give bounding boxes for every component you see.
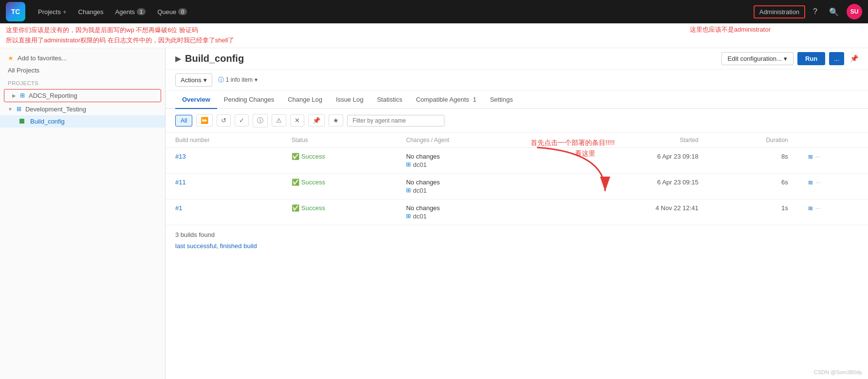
col-status: Status bbox=[282, 133, 396, 148]
last-successful-link[interactable]: last successful, finished build bbox=[175, 242, 257, 250]
filter-failed-icon[interactable]: ✕ bbox=[290, 114, 304, 126]
sidebar-add-favorites[interactable]: ★ Add to favorites... bbox=[0, 52, 165, 64]
tab-compatible-agents[interactable]: Compatible Agents 1 bbox=[409, 91, 483, 109]
grid-icon-adcs: ⊞ bbox=[20, 92, 25, 99]
topnav-items: Projects + Changes Agents 1 Queue 0 bbox=[33, 5, 192, 18]
col-build-number: Build number bbox=[166, 133, 282, 148]
builds-table: Build number Status Changes / Agent Star… bbox=[166, 133, 868, 225]
duration-1: 1s bbox=[781, 204, 788, 212]
info-item[interactable]: ⓘ 1 info item ▾ bbox=[218, 76, 258, 84]
tc-logo[interactable]: TC bbox=[6, 2, 25, 21]
duration-11: 6s bbox=[781, 179, 788, 186]
filter-running-icon[interactable]: ⏩ bbox=[196, 114, 213, 126]
sidebar-project-adcs[interactable]: ▶ ⊞ ADCS_Reporting bbox=[4, 89, 161, 102]
table-row: #13 ✅ Success No changes bbox=[166, 147, 868, 173]
avatar[interactable]: SU bbox=[847, 4, 862, 19]
filter-starred-icon[interactable]: ★ bbox=[329, 114, 343, 126]
row-actions-13: ≋ ··· bbox=[808, 153, 858, 161]
search-button[interactable]: 🔍 bbox=[825, 5, 843, 18]
started-11: 6 Apr 23 09:15 bbox=[657, 179, 699, 186]
agent-11: ⊞ dc01 bbox=[406, 187, 522, 194]
grid-icon-devtest: ⊞ bbox=[17, 106, 21, 112]
row-actions-1: ≋ ··· bbox=[808, 204, 858, 212]
sidebar-section-projects: PROJECTS bbox=[0, 76, 165, 88]
watermark: CSDN @Som3B0dy bbox=[814, 369, 862, 375]
changes-agent-1: No changes ⊞ dc01 bbox=[406, 204, 522, 220]
changes-agent-11: No changes ⊞ dc01 bbox=[406, 179, 522, 194]
build-num-link-11[interactable]: #11 bbox=[175, 179, 186, 186]
row-more-1[interactable]: ··· bbox=[815, 204, 821, 212]
build-num-link-1[interactable]: #1 bbox=[175, 204, 182, 212]
square-icon-buildconfig bbox=[19, 119, 24, 124]
builds-found-text: 3 builds found bbox=[175, 231, 858, 238]
edit-config-button[interactable]: Edit configuration... ▾ bbox=[721, 52, 794, 65]
status-badge-11: ✅ Success bbox=[292, 179, 387, 186]
row-more-11[interactable]: ··· bbox=[815, 179, 821, 186]
chevron-down-icon: ▾ bbox=[784, 55, 787, 62]
expand-icon-adcs: ▶ bbox=[12, 93, 16, 98]
compatible-agents-count: 1 bbox=[473, 96, 476, 103]
filter-success-icon[interactable]: ✓ bbox=[235, 114, 249, 126]
scroll-icon-11[interactable]: ≋ bbox=[808, 179, 813, 186]
started-13: 6 Apr 23 09:18 bbox=[657, 153, 699, 160]
tab-statistics[interactable]: Statistics bbox=[370, 91, 409, 109]
nav-projects[interactable]: Projects + bbox=[33, 5, 72, 18]
actions-chevron-icon: ▾ bbox=[203, 76, 207, 84]
duration-13: 8s bbox=[781, 153, 788, 160]
status-badge-13: ✅ Success bbox=[292, 153, 387, 160]
scroll-icon-1[interactable]: ≋ bbox=[808, 204, 813, 212]
pin-icon[interactable]: 📌 bbox=[850, 54, 858, 62]
tab-pending-changes[interactable]: Pending Changes bbox=[217, 91, 281, 109]
row-actions-11: ≋ ··· bbox=[808, 179, 858, 186]
changes-text-11: No changes bbox=[406, 179, 522, 186]
admin-link[interactable]: Administration bbox=[754, 5, 805, 18]
nav-changes[interactable]: Changes bbox=[74, 5, 109, 18]
sidebar-item-devtest[interactable]: ▼ ⊞ Development_Testing bbox=[0, 103, 165, 115]
sidebar-all-projects[interactable]: All Projects bbox=[0, 64, 165, 76]
topnav-right: Administration ? 🔍 SU bbox=[754, 4, 862, 19]
filter-info-icon[interactable]: ⓘ bbox=[253, 114, 268, 127]
plus-icon[interactable]: + bbox=[63, 8, 67, 16]
agent-1: ⊞ dc01 bbox=[406, 213, 522, 220]
row-more-13[interactable]: ··· bbox=[815, 153, 821, 160]
changes-text-13: No changes bbox=[406, 153, 522, 160]
filter-all-button[interactable]: All bbox=[175, 115, 192, 126]
build-title-icon: ▶ bbox=[175, 54, 181, 63]
col-started: Started bbox=[573, 133, 708, 148]
help-button[interactable]: ? bbox=[809, 5, 821, 18]
actions-button[interactable]: Actions ▾ bbox=[175, 73, 212, 87]
status-badge-1: ✅ Success bbox=[292, 204, 387, 212]
changes-agent-13: No changes ⊞ dc01 bbox=[406, 153, 522, 168]
win-icon-13: ⊞ bbox=[406, 161, 411, 168]
win-icon-1: ⊞ bbox=[406, 213, 411, 219]
filter-warning-icon[interactable]: ⚠ bbox=[272, 114, 286, 126]
build-header-right: Edit configuration... ▾ Run ... 📌 bbox=[721, 52, 858, 65]
build-num-link-13[interactable]: #13 bbox=[175, 153, 186, 160]
sidebar: ★ Add to favorites... All Projects PROJE… bbox=[0, 48, 166, 379]
actions-bar: Actions ▾ ⓘ 1 info item ▾ bbox=[166, 70, 868, 91]
build-header: ▶ Build_config Edit configuration... ▾ R… bbox=[166, 48, 868, 70]
tab-issue-log[interactable]: Issue Log bbox=[329, 91, 370, 109]
filter-queued-icon[interactable]: ↺ bbox=[217, 114, 231, 126]
success-icon-13: ✅ bbox=[292, 153, 299, 160]
sidebar-item-buildconfig[interactable]: Build_config bbox=[0, 115, 165, 127]
main-layout: ★ Add to favorites... All Projects PROJE… bbox=[0, 48, 868, 379]
filter-pinned-icon[interactable]: 📌 bbox=[308, 114, 325, 126]
tab-settings[interactable]: Settings bbox=[483, 91, 519, 109]
scroll-icon-13[interactable]: ≋ bbox=[808, 153, 813, 161]
builds-footer: 3 builds found last successful, finished… bbox=[166, 225, 868, 255]
agents-badge: 1 bbox=[137, 8, 146, 15]
col-changes-agent: Changes / Agent bbox=[396, 133, 532, 148]
filter-agent-input[interactable] bbox=[347, 115, 444, 126]
run-button[interactable]: Run bbox=[797, 52, 825, 65]
sidebar-item-adcs[interactable]: ▶ ⊞ ADCS_Reporting bbox=[4, 90, 161, 102]
topnav: TC Projects + Changes Agents 1 Queue 0 A… bbox=[0, 0, 868, 23]
started-1: 4 Nov 22 12:41 bbox=[655, 204, 698, 212]
nav-queue[interactable]: Queue 0 bbox=[152, 5, 192, 18]
col-duration: Duration bbox=[708, 133, 798, 148]
admin-annotation: 这里也应该不是administrator bbox=[690, 25, 771, 34]
tab-change-log[interactable]: Change Log bbox=[281, 91, 329, 109]
more-button[interactable]: ... bbox=[829, 52, 844, 65]
tab-overview[interactable]: Overview bbox=[175, 91, 217, 109]
nav-agents[interactable]: Agents 1 bbox=[111, 5, 151, 18]
